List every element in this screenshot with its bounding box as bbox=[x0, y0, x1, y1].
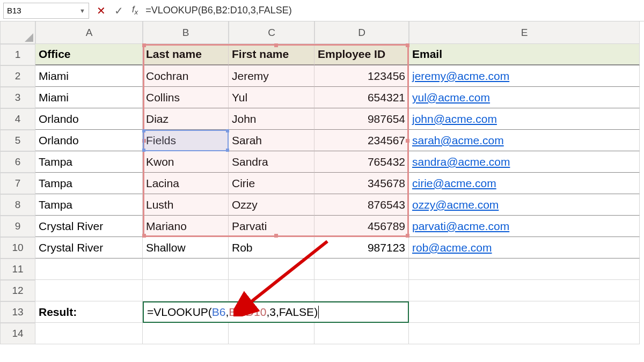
fx-icon[interactable]: fx bbox=[132, 5, 138, 16]
cell-A11[interactable] bbox=[35, 258, 143, 280]
cell-B9[interactable]: Mariano bbox=[143, 216, 229, 237]
cell-E5[interactable]: sarah@acme.com bbox=[409, 130, 640, 151]
cell-E11[interactable] bbox=[409, 258, 640, 280]
cell-B12[interactable] bbox=[143, 280, 229, 301]
cell-A13[interactable]: Result: bbox=[35, 301, 143, 323]
row-header[interactable]: 10 bbox=[0, 237, 35, 258]
cell-A7[interactable]: Tampa bbox=[35, 173, 143, 194]
cell-E12[interactable] bbox=[409, 280, 640, 301]
row-header[interactable]: 1 bbox=[0, 44, 35, 65]
cell-B8[interactable]: Lusth bbox=[143, 194, 229, 216]
cell-D9[interactable]: 456789 bbox=[314, 216, 409, 237]
cell-E9[interactable]: parvati@acme.com bbox=[409, 216, 640, 237]
cell-A3[interactable]: Miami bbox=[35, 87, 143, 108]
email-link[interactable]: parvati@acme.com bbox=[412, 220, 509, 233]
cell-C5[interactable]: Sarah bbox=[229, 130, 314, 151]
col-header-D[interactable]: D bbox=[314, 21, 409, 44]
chevron-down-icon[interactable]: ▼ bbox=[79, 8, 85, 14]
row-header[interactable]: 14 bbox=[0, 323, 35, 344]
email-link[interactable]: cirie@acme.com bbox=[412, 177, 496, 190]
cell-C12[interactable] bbox=[229, 280, 314, 301]
cell-B4[interactable]: Diaz bbox=[143, 108, 229, 130]
cell-C2[interactable]: Jeremy bbox=[229, 65, 314, 87]
cell-D3[interactable]: 654321 bbox=[314, 87, 409, 108]
row-header[interactable]: 6 bbox=[0, 151, 35, 173]
cell-A9[interactable]: Crystal River bbox=[35, 216, 143, 237]
row-header[interactable]: 9 bbox=[0, 216, 35, 237]
row-header[interactable]: 11 bbox=[0, 258, 35, 280]
row-header[interactable]: 4 bbox=[0, 108, 35, 130]
cell-E14[interactable] bbox=[409, 323, 640, 344]
cell-B6[interactable]: Kwon bbox=[143, 151, 229, 173]
col-header-E[interactable]: E bbox=[409, 21, 640, 44]
cell-B2[interactable]: Cochran bbox=[143, 65, 229, 87]
cell-C3[interactable]: Yul bbox=[229, 87, 314, 108]
email-link[interactable]: jeremy@acme.com bbox=[412, 70, 509, 83]
cell-B14[interactable] bbox=[143, 323, 229, 344]
cell-C10[interactable]: Rob bbox=[229, 237, 314, 258]
cell-D4[interactable]: 987654 bbox=[314, 108, 409, 130]
cell-B5[interactable]: Fields bbox=[143, 130, 229, 151]
cell-E1[interactable]: Email bbox=[409, 44, 640, 65]
cell-D12[interactable] bbox=[314, 280, 409, 301]
cell-B7[interactable]: Lacina bbox=[143, 173, 229, 194]
cell-B11[interactable] bbox=[143, 258, 229, 280]
col-header-B[interactable]: B bbox=[143, 21, 229, 44]
cell-C1[interactable]: First name bbox=[229, 44, 314, 65]
email-link[interactable]: sandra@acme.com bbox=[412, 156, 510, 168]
cell-B1[interactable]: Last name bbox=[143, 44, 229, 65]
row-header[interactable]: 2 bbox=[0, 65, 35, 87]
cell-A10[interactable]: Crystal River bbox=[35, 237, 143, 258]
row-header[interactable]: 5 bbox=[0, 130, 35, 151]
accept-formula-icon[interactable]: ✓ bbox=[114, 4, 123, 17]
cell-E13[interactable] bbox=[409, 301, 640, 323]
cell-D5[interactable]: 234567 bbox=[314, 130, 409, 151]
col-header-C[interactable]: C bbox=[229, 21, 314, 44]
row-header[interactable]: 12 bbox=[0, 280, 35, 301]
cell-A5[interactable]: Orlando bbox=[35, 130, 143, 151]
cell-D7[interactable]: 345678 bbox=[314, 173, 409, 194]
cell-B3[interactable]: Collins bbox=[143, 87, 229, 108]
select-all-corner[interactable] bbox=[0, 21, 35, 44]
cell-E8[interactable]: ozzy@acme.com bbox=[409, 194, 640, 216]
email-link[interactable]: ozzy@acme.com bbox=[412, 198, 499, 211]
col-header-A[interactable]: A bbox=[35, 21, 143, 44]
cell-D2[interactable]: 123456 bbox=[314, 65, 409, 87]
cell-A8[interactable]: Tampa bbox=[35, 194, 143, 216]
cell-D10[interactable]: 987123 bbox=[314, 237, 409, 258]
formula-bar-input[interactable]: =VLOOKUP(B6,B2:D10,3,FALSE) bbox=[145, 5, 292, 16]
cell-A4[interactable]: Orlando bbox=[35, 108, 143, 130]
cell-C7[interactable]: Cirie bbox=[229, 173, 314, 194]
cell-A2[interactable]: Miami bbox=[35, 65, 143, 87]
cell-E6[interactable]: sandra@acme.com bbox=[409, 151, 640, 173]
cell-D14[interactable] bbox=[314, 323, 409, 344]
cell-C4[interactable]: John bbox=[229, 108, 314, 130]
cell-A14[interactable] bbox=[35, 323, 143, 344]
cell-D6[interactable]: 765432 bbox=[314, 151, 409, 173]
cell-D8[interactable]: 876543 bbox=[314, 194, 409, 216]
cell-A1[interactable]: Office bbox=[35, 44, 143, 65]
name-box[interactable]: B13 ▼ bbox=[3, 3, 89, 19]
email-link[interactable]: john@acme.com bbox=[412, 113, 497, 125]
cell-B10[interactable]: Shallow bbox=[143, 237, 229, 258]
cell-C11[interactable] bbox=[229, 258, 314, 280]
cell-C9[interactable]: Parvati bbox=[229, 216, 314, 237]
cell-C6[interactable]: Sandra bbox=[229, 151, 314, 173]
cell-A12[interactable] bbox=[35, 280, 143, 301]
cell-E10[interactable]: rob@acme.com bbox=[409, 237, 640, 258]
cell-D11[interactable] bbox=[314, 258, 409, 280]
editing-cell-B13[interactable]: =VLOOKUP(B6,B2:D10,3,FALSE) bbox=[143, 301, 409, 323]
email-link[interactable]: sarah@acme.com bbox=[412, 134, 504, 147]
spreadsheet-grid[interactable]: A B C D E bbox=[0, 21, 644, 44]
email-link[interactable]: yul@acme.com bbox=[412, 91, 490, 104]
cell-D1[interactable]: Employee ID bbox=[314, 44, 409, 65]
row-header[interactable]: 13 bbox=[0, 301, 35, 323]
cell-E7[interactable]: cirie@acme.com bbox=[409, 173, 640, 194]
cell-E4[interactable]: john@acme.com bbox=[409, 108, 640, 130]
cell-A6[interactable]: Tampa bbox=[35, 151, 143, 173]
cell-C8[interactable]: Ozzy bbox=[229, 194, 314, 216]
cancel-formula-icon[interactable]: ✕ bbox=[97, 4, 106, 17]
cell-E2[interactable]: jeremy@acme.com bbox=[409, 65, 640, 87]
row-header[interactable]: 3 bbox=[0, 87, 35, 108]
cell-C14[interactable] bbox=[229, 323, 314, 344]
